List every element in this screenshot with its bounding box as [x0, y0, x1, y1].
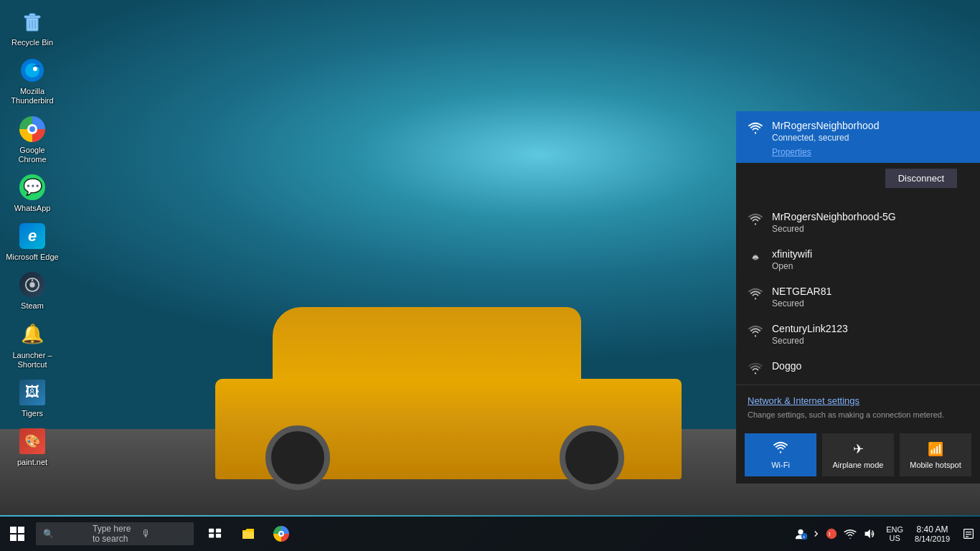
wifi-netgear-icon: [748, 287, 763, 303]
desktop-icon-steam[interactable]: Steam: [4, 267, 61, 314]
wifi-network-doggo[interactable]: Doggo: [736, 353, 980, 385]
language-line1: ENG: [886, 525, 903, 534]
taskbar: 🔍 Type here to search 🎙: [0, 517, 980, 551]
wifi-connected-network[interactable]: MrRogersNeighborhood Connected, secured …: [736, 111, 980, 163]
taskbar-right: + !: [788, 517, 980, 551]
edge-label: Microsoft Edge: [6, 253, 58, 262]
svg-text:!: !: [829, 531, 831, 537]
hotspot-tile-label: Mobile hotspot: [910, 461, 961, 469]
desktop: Recycle Bin Mozilla Thunderbird Googl: [0, 0, 980, 551]
wifi-centurylink-name: CenturyLink2123: [772, 323, 969, 334]
wifi-tile[interactable]: Wi-Fi: [745, 433, 816, 476]
microphone-icon: 🎙: [141, 528, 187, 540]
search-placeholder: Type here to search: [93, 524, 138, 544]
wifi-5g-icon: [748, 212, 763, 228]
show-hidden-icons-button[interactable]: [811, 518, 821, 550]
notification-center-button[interactable]: [957, 518, 980, 550]
desktop-icon-paintnet[interactable]: 🎨 paint.net: [4, 423, 61, 471]
wifi-doggo-icon: [748, 362, 763, 377]
disconnect-button[interactable]: Disconnect: [885, 169, 957, 188]
wifi-connected-name: MrRogersNeighborhood: [772, 120, 969, 131]
wifi-xfinity-status: Open: [772, 261, 969, 271]
wifi-doggo-details: Doggo: [772, 360, 969, 373]
network-settings-link[interactable]: Network & Internet settings: [748, 395, 859, 406]
svg-point-10: [29, 283, 34, 288]
search-icon: 🔍: [43, 529, 88, 539]
taskview-button[interactable]: [199, 518, 231, 550]
hotspot-tile-icon: 📶: [928, 441, 943, 457]
language-line2: US: [890, 534, 900, 542]
clock-time: 8:40 AM: [917, 524, 948, 534]
svg-rect-12: [209, 529, 214, 532]
wifi-netgear-status: Secured: [772, 298, 969, 309]
car-illustration: [215, 314, 682, 479]
wifi-doggo-name: Doggo: [772, 360, 969, 372]
wifi-netgear-details: NETGEAR81 Secured: [772, 286, 969, 309]
svg-point-8: [33, 67, 37, 71]
start-button[interactable]: [0, 517, 34, 551]
antivirus-tray-icon[interactable]: !: [823, 518, 840, 550]
svg-point-19: [826, 529, 837, 539]
wifi-connected-status: Connected, secured: [772, 133, 969, 143]
thunderbird-label: Mozilla Thunderbird: [6, 87, 59, 105]
paintnet-label: paint.net: [17, 458, 47, 467]
wifi-connected-details: MrRogersNeighborhood Connected, secured …: [772, 120, 969, 157]
airplane-tile[interactable]: ✈ Airplane mode: [822, 433, 894, 476]
wifi-5g-name: MrRogersNeighborhood-5G: [772, 211, 969, 222]
wifi-xfinity-details: xfinitywifi Open: [772, 248, 969, 271]
airplane-tile-label: Airplane mode: [833, 461, 884, 469]
wifi-panel: MrRogersNeighborhood Connected, secured …: [736, 111, 980, 484]
search-bar[interactable]: 🔍 Type here to search 🎙: [36, 522, 194, 545]
desktop-icon-chrome[interactable]: Google Chrome: [4, 111, 61, 168]
wifi-netgear-name: NETGEAR81: [772, 286, 969, 297]
wifi-panel-footer: Network & Internet settings Change setti…: [736, 385, 980, 426]
svg-rect-15: [216, 534, 221, 537]
wifi-network-xfinity[interactable]: xfinitywifi Open: [736, 241, 980, 278]
airplane-tile-icon: ✈: [853, 441, 864, 457]
wifi-network-netgear[interactable]: NETGEAR81 Secured: [736, 278, 980, 316]
desktop-icon-recycle-bin[interactable]: Recycle Bin: [4, 4, 61, 51]
clock-date: 8/14/2019: [915, 534, 950, 543]
wifi-xfinity-icon: [748, 250, 763, 265]
svg-point-16: [798, 529, 804, 534]
svg-rect-14: [216, 529, 221, 532]
wifi-centurylink-status: Secured: [772, 336, 969, 346]
clock[interactable]: 8:40 AM 8/14/2019: [908, 518, 957, 550]
wifi-5g-details: MrRogersNeighborhood-5G Secured: [772, 211, 969, 234]
launcher-label: Launcher – Shortcut: [6, 351, 59, 369]
wifi-centurylink-icon: [748, 324, 763, 340]
svg-rect-13: [209, 534, 214, 537]
wifi-5g-status: Secured: [772, 224, 969, 234]
wifi-connected-icon: [748, 121, 763, 137]
system-tray: + !: [788, 517, 882, 551]
hotspot-tile[interactable]: 📶 Mobile hotspot: [900, 433, 971, 476]
desktop-icon-launcher[interactable]: 🔔 Launcher – Shortcut: [4, 316, 61, 373]
taskbar-chrome-button[interactable]: [265, 518, 297, 550]
svg-text:+: +: [803, 534, 806, 540]
wifi-panel-bottom-tiles: Wi-Fi ✈ Airplane mode 📶 Mobile hotspot: [736, 426, 980, 484]
network-settings-desc: Change settings, such as making a connec…: [748, 410, 969, 420]
steam-label: Steam: [21, 301, 44, 311]
wifi-network-5g[interactable]: MrRogersNeighborhood-5G Secured: [736, 204, 980, 241]
wifi-tile-label: Wi-Fi: [771, 461, 790, 469]
wifi-tile-icon: [773, 441, 788, 457]
wifi-xfinity-name: xfinitywifi: [772, 248, 969, 260]
desktop-icon-whatsapp[interactable]: 💬 WhatsApp: [4, 169, 61, 217]
start-icon: [10, 527, 24, 541]
language-indicator[interactable]: ENG US: [882, 518, 908, 550]
wifi-centurylink-details: CenturyLink2123 Secured: [772, 323, 969, 346]
wifi-properties-link[interactable]: Properties: [772, 147, 969, 157]
desktop-icon-thunderbird[interactable]: Mozilla Thunderbird: [4, 52, 61, 109]
file-explorer-button[interactable]: [232, 518, 264, 550]
desktop-icon-tigers[interactable]: 🖼 Tigers: [4, 375, 61, 422]
volume-tray-icon[interactable]: [860, 518, 877, 550]
wifi-tray-icon[interactable]: [842, 518, 859, 550]
tigers-label: Tigers: [22, 409, 43, 418]
svg-rect-2: [29, 14, 35, 16]
wifi-network-centurylink[interactable]: CenturyLink2123 Secured: [736, 316, 980, 353]
chrome-label: Google Chrome: [6, 146, 59, 164]
whatsapp-label: WhatsApp: [14, 204, 51, 213]
people-tray-icon[interactable]: +: [792, 518, 809, 550]
desktop-icon-edge[interactable]: e Microsoft Edge: [4, 218, 61, 265]
desktop-icons-column1: Recycle Bin Mozilla Thunderbird Googl: [0, 0, 65, 476]
